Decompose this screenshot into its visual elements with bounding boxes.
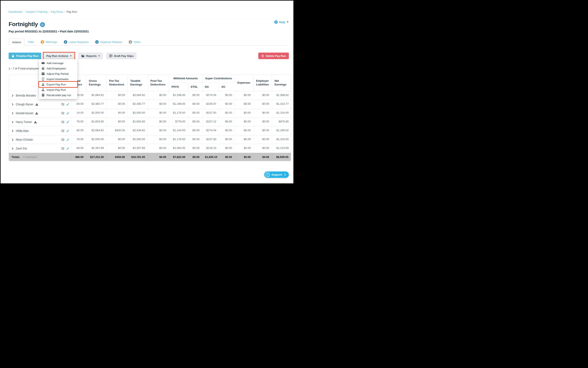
column-header-expenses: Expenses xyxy=(235,74,254,91)
breadcrumb-link[interactable]: Pay Runs xyxy=(51,10,63,13)
value-cell: $237.50 xyxy=(202,135,219,144)
value-cell: $0.00 xyxy=(219,109,235,118)
tab-filter[interactable]: Filter xyxy=(25,39,37,45)
payslip-notes-icon[interactable] xyxy=(61,120,64,124)
menu-item-import-timesheets[interactable]: Import timesheets xyxy=(39,76,77,82)
value-cell: $2,307.69 xyxy=(86,144,107,153)
totals-value-cell: $0.00 xyxy=(235,153,254,161)
tab-badge: 2 xyxy=(129,40,132,44)
breadcrumb: Dashboard/Casper's Training/Pay Runs/Pay… xyxy=(9,10,77,13)
employee-name[interactable]: Hilda Alan xyxy=(16,129,29,132)
edit-pencil-icon[interactable] xyxy=(66,103,69,106)
value-cell: $1,324.00 xyxy=(272,109,291,118)
expand-chevron-icon[interactable] xyxy=(11,112,14,115)
pay-run-actions-button[interactable]: Pay Run Actions xyxy=(44,53,74,59)
help-label: Help xyxy=(279,20,285,24)
expand-chevron-icon[interactable] xyxy=(11,94,14,97)
value-cell: $1,314.77 xyxy=(272,100,291,109)
finalise-pay-run-label: Finalise Pay Run xyxy=(16,55,38,57)
employee-name[interactable]: Zach Fei xyxy=(16,147,27,150)
trash-icon xyxy=(261,55,264,57)
employee-name[interactable]: Gerald Ascart xyxy=(16,111,33,115)
column-header-employer-liabilities: Employer Liabilities xyxy=(254,74,272,91)
menu-item-add-message[interactable]: Add message xyxy=(39,60,77,66)
value-cell: $0.00 xyxy=(219,91,235,100)
delete-pay-run-button[interactable]: Delete Pay Run xyxy=(258,53,289,59)
expand-chevron-icon[interactable] xyxy=(11,138,14,141)
menu-item-add-employees[interactable]: Add Employees xyxy=(39,66,77,71)
support-button[interactable]: Support xyxy=(264,172,289,178)
value-cell: $0.00 xyxy=(107,109,128,118)
tab-label: Expense Request xyxy=(100,40,122,44)
employee-name[interactable]: Clough Ryner xyxy=(16,103,34,106)
table-row: Clough Ryner80.00$2,480.77$0.00$2,480.77… xyxy=(9,100,291,109)
reports-button[interactable]: Reports xyxy=(78,53,103,59)
expand-chevron-icon[interactable] xyxy=(11,103,14,106)
value-cell: $1,084.00 xyxy=(169,144,188,153)
value-cell: $0.00 xyxy=(188,91,202,100)
menu-item-adjust-pay-period[interactable]: Adjust Pay Period xyxy=(39,71,77,76)
warning-icon[interactable] xyxy=(34,120,37,124)
payslip-notes-icon[interactable] xyxy=(61,129,64,132)
help-menu[interactable]: Help xyxy=(274,20,288,24)
menu-item-recalculate-pay-run[interactable]: Recalculate pay run xyxy=(39,92,77,98)
menu-item-import-pay-run[interactable]: Import Pay Run xyxy=(39,87,77,92)
tab-expense-request[interactable]: 1Expense Request xyxy=(92,39,125,45)
edit-pencil-icon[interactable] xyxy=(66,138,69,141)
menu-item-export-pay-run[interactable]: Export Pay Run xyxy=(39,82,77,87)
tab-bar: ActionsFilter4Warnings2Leave Requests1Ex… xyxy=(9,39,289,46)
expand-chevron-icon[interactable] xyxy=(11,147,14,150)
payslip-notes-icon[interactable] xyxy=(61,103,64,106)
employee-name[interactable]: Reyn Christin xyxy=(16,138,33,141)
totals-value-cell: $0.00 xyxy=(148,153,169,161)
payslip-notes-icon[interactable] xyxy=(61,111,64,115)
value-cell: $2,884.62 xyxy=(86,126,107,135)
employee-name[interactable]: Harry Turner xyxy=(16,120,32,124)
finalise-pay-run-button[interactable]: Finalise Pay Run xyxy=(9,53,41,59)
employee-name-cell: Clough Ryner xyxy=(9,100,71,109)
totals-value-cell: $7,822.00 xyxy=(169,153,188,161)
employee-count-summary: 1 - 7 of 7 total employees xyxy=(9,67,40,70)
payslip-notes-icon[interactable] xyxy=(61,147,64,150)
value-cell: $1,176.00 xyxy=(169,109,188,118)
tab-leave-requests[interactable]: 2Leave Requests xyxy=(61,39,92,45)
pay-run-page: Dashboard/Casper's Training/Pay Runs/Pay… xyxy=(0,0,294,184)
warning-icon[interactable] xyxy=(35,103,38,106)
value-cell: $235.67 xyxy=(202,100,219,109)
value-cell: $0.00 xyxy=(235,118,254,126)
value-cell: $1,166.00 xyxy=(169,100,188,109)
value-cell: $0.00 xyxy=(107,100,128,109)
tab-tasks[interactable]: 2Tasks xyxy=(125,39,144,45)
value-cell: $1,324.00 xyxy=(272,135,291,144)
edit-pencil-icon[interactable] xyxy=(66,112,69,115)
value-cell: 80.00 xyxy=(71,144,86,153)
value-cell: $1,176.00 xyxy=(169,135,188,144)
totals-value-cell: $0.00 xyxy=(254,153,272,161)
breadcrumb-separator: / xyxy=(64,10,65,13)
payslip-notes-icon[interactable] xyxy=(61,138,64,141)
value-cell: $2,480.77 xyxy=(128,100,148,109)
draft-pay-slips-button[interactable]: Draft Pay Slips xyxy=(106,53,136,59)
breadcrumb-link[interactable]: Dashboard xyxy=(9,10,22,13)
edit-pencil-icon[interactable] xyxy=(66,129,69,132)
value-cell: $0.00 xyxy=(254,126,272,135)
edit-pencil-icon[interactable] xyxy=(66,147,69,150)
tab-warnings[interactable]: 4Warnings xyxy=(37,39,61,45)
warning-icon[interactable] xyxy=(35,112,38,115)
value-cell: $0.00 xyxy=(188,144,202,153)
value-cell: $778.00 xyxy=(169,118,188,126)
tab-badge: 4 xyxy=(41,40,44,44)
tab-actions[interactable]: Actions xyxy=(9,39,25,46)
page-title-row: Fortnightly xyxy=(9,21,45,28)
breadcrumb-link[interactable]: Casper's Training xyxy=(26,10,47,13)
column-header-payg: PAYG xyxy=(169,83,188,91)
column-header-stsl: STSL xyxy=(188,83,202,91)
expand-chevron-icon[interactable] xyxy=(11,121,14,123)
employee-name[interactable]: Brenda Morales xyxy=(16,94,36,97)
expand-chevron-icon[interactable] xyxy=(11,129,14,132)
value-cell: $0.00 xyxy=(188,118,202,126)
value-cell: $0.00 xyxy=(148,126,169,135)
totals-label-cell: Totals·7 employees xyxy=(9,153,71,161)
value-cell: $2,434.62 xyxy=(128,126,148,135)
edit-pencil-icon[interactable] xyxy=(66,120,69,124)
